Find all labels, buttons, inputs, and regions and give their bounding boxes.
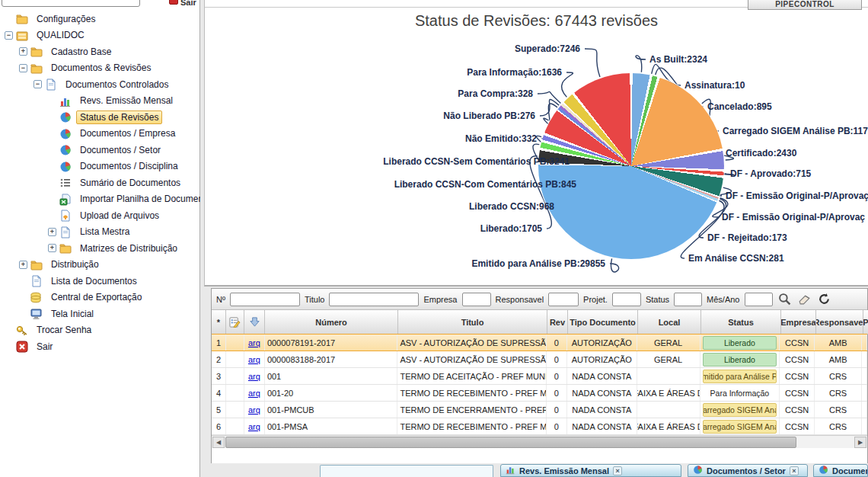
background-window-edge[interactable] [320,465,493,477]
grid-header-col-9[interactable]: Empresa [781,310,816,335]
cell-status: Emitido para Análise PB [700,368,780,384]
cell-titulo: TERMO DE ENCERRAMENTO - PREF MU [397,402,547,418]
table-row[interactable]: 6arq001-PMSATERMO DE RECEBIMENTO - PREF … [212,418,867,435]
table-row[interactable]: 5arq001-PMCUBTERMO DE ENCERRAMENTO - PRE… [212,402,867,418]
row-number: 2 [212,351,226,367]
row-file-link-cell: arq [244,418,265,434]
grid-header-col-3[interactable]: Número [265,310,398,335]
sidebar-item-17[interactable]: Central de Exportação [0,290,200,306]
sidebar-item-label: Distribuição [47,258,103,271]
grid-header-col-8[interactable]: Status [701,310,781,335]
cell-numero: 0000078191-2017 [265,335,398,351]
sidebar-item-label: Configurações [33,12,99,26]
sidebar-item-6[interactable]: Status de Revisões [0,109,200,126]
horizontal-scrollbar[interactable]: ◀ ▶ [212,435,867,448]
cell-tipo-documento: NADA CONSTA [567,402,637,418]
row-number: 6 [212,418,226,434]
expand-icon[interactable]: + [19,47,27,56]
sidebar-item-16[interactable]: Lista de Documentos [0,273,200,290]
collapse-icon[interactable]: − [34,80,42,88]
sidebar-item-14[interactable]: +Matrizes de Distribuição [0,240,200,257]
sidebar-item-12[interactable]: Upload de Arquivos [0,207,200,224]
row-edit-cell [226,402,244,418]
filter-input-5[interactable] [674,293,702,306]
arq-link[interactable]: arq [248,372,260,381]
grid-header-col-7[interactable]: Local [638,310,701,335]
filter-input-2[interactable] [462,293,491,306]
sidebar-item-label: Status de Revisões [76,110,162,124]
taskbar-tab-0[interactable]: Revs. Emissão Mensal× [500,464,681,477]
table-row[interactable]: 2arq0000083188-2017ASV - AUTORIZAÇÃO DE … [212,351,867,368]
download-arrow-icon[interactable] [244,310,265,335]
row-edit-cell [226,335,244,351]
search-icon[interactable] [777,292,793,307]
status-badge: Emitido para Análise PB [703,370,777,383]
close-icon[interactable]: × [613,466,622,475]
grid-header-col-4[interactable]: Titulo [398,310,547,335]
grid-header-col-10[interactable]: Responsavel [816,310,863,335]
sidebar-item-label: Documentos / Disciplina [76,159,182,173]
sidebar-item-19[interactable]: Trocar Senha [0,322,200,339]
sidebar-item-18[interactable]: Tela Inicial [0,306,200,322]
scroll-left-arrow-icon[interactable]: ◀ [212,437,225,448]
sidebar-item-4[interactable]: −Documentos Controlados [0,76,200,93]
sidebar-item-3[interactable]: −Documentos & Revisões [0,60,200,77]
expand-icon[interactable]: + [19,261,27,269]
arq-link[interactable]: arq [248,338,260,347]
grid-header-col-5[interactable]: Rev [547,310,568,335]
filter-label-3: Responsavel [496,295,544,304]
sidebar-item-9[interactable]: Documentos / Disciplina [0,158,200,175]
cell-status: Para Informação [700,385,780,401]
scroll-right-arrow-icon[interactable]: ▶ [854,437,866,448]
taskbar-tab-1[interactable]: Documentos / Setor× [688,464,808,477]
scrollbar-thumb[interactable] [225,437,796,448]
sidebar: Sair Configurações−QUALIDOC+Cadastro Bas… [0,0,200,477]
cell-status: Liberado [700,351,780,367]
sidebar-item-15[interactable]: +Distribuição [0,257,200,274]
sidebar-item-label: Lista de Documentos [47,274,141,288]
close-icon[interactable]: × [790,466,799,475]
sidebar-item-8[interactable]: Documentos / Setor [0,142,200,158]
grid-header-col-11[interactable]: P [863,310,868,335]
top-toolbar-input[interactable] [2,0,140,7]
tab-pipecontrol[interactable]: PIPECONTROL [748,0,862,10]
row-number: 4 [212,385,226,401]
arq-link[interactable]: arq [248,422,260,431]
filter-input-3[interactable] [548,293,579,306]
sidebar-item-20[interactable]: Sair [0,338,200,355]
sidebar-item-0[interactable]: Configurações [0,11,200,27]
grid-header-col-0[interactable]: * [212,310,226,335]
sidebar-item-1[interactable]: −QUALIDOC [0,27,200,44]
logout-button[interactable]: Sair [169,0,196,8]
table-row[interactable]: 3arq001TERMO DE ACEITAÇÃO - PREF MUNICIP… [212,368,867,385]
cell-local: GERAL [637,335,700,351]
clear-icon[interactable] [797,292,812,307]
sidebar-item-11[interactable]: Importar Planilha de Documen [0,191,200,208]
sidebar-item-13[interactable]: +Lista Mestra [0,224,200,241]
expand-icon[interactable]: + [48,244,56,252]
arq-link[interactable]: arq [248,355,260,364]
filter-input-1[interactable] [329,293,419,306]
filter-input-4[interactable] [612,293,641,306]
refresh-icon[interactable] [817,292,832,307]
collapse-icon[interactable]: − [19,64,27,72]
filter-input-0[interactable] [230,293,300,306]
grid-header-col-6[interactable]: Tipo Documento [568,310,638,335]
table-row[interactable]: 4arq001-20TERMO DE RECEBIMENTO - PREF MU… [212,385,867,402]
collapse-icon[interactable]: − [5,31,13,40]
cell-clipped [862,385,867,401]
sidebar-item-5[interactable]: Revs. Emissão Mensal [0,93,200,110]
filter-input-6[interactable] [745,293,773,306]
arq-link[interactable]: arq [248,405,260,415]
sidebar-item-7[interactable]: Documentos / Empresa [0,126,200,142]
arq-link[interactable]: arq [248,389,260,398]
cell-responsavel: CRS [815,385,862,401]
cell-status: Carregado SIGEM Análi [700,418,780,434]
folder-icon [30,62,43,74]
taskbar-tab-2[interactable]: Documentos [813,464,868,477]
sidebar-item-10[interactable]: Sumário de Documentos [0,174,200,191]
expand-icon[interactable]: + [48,228,56,236]
table-row[interactable]: 1arq0000078191-2017ASV - AUTORIZAÇÃO DE … [212,334,867,351]
sidebar-item-2[interactable]: +Cadastro Base [0,43,200,60]
edit-form-icon[interactable] [226,310,244,335]
